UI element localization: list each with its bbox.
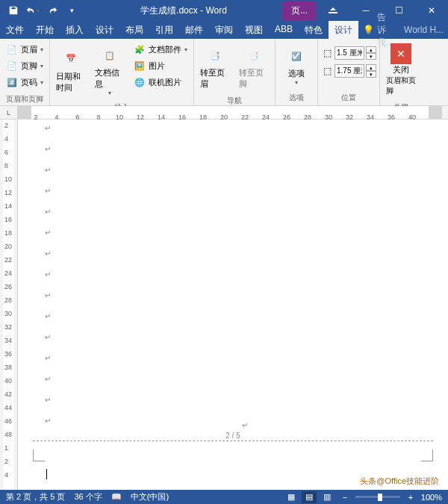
zoom-in-button[interactable]: +	[403, 491, 418, 503]
paragraph-mark: ↵	[45, 124, 51, 132]
tab-special[interactable]: 特色	[299, 21, 329, 39]
horizontal-ruler[interactable]: L 2468101214161820222426283032343640	[0, 106, 448, 119]
proofing-icon: 📖	[111, 492, 122, 502]
tab-design[interactable]: 设计	[90, 21, 119, 39]
spin-down-button[interactable]: ▾	[366, 53, 376, 60]
goto-footer-icon: 📑	[242, 43, 266, 67]
footer-bottom-input[interactable]	[335, 64, 364, 78]
save-button[interactable]	[4, 1, 22, 19]
context-tab-header-footer: 页...	[282, 1, 317, 20]
tab-home[interactable]: 开始	[30, 21, 60, 39]
header-icon: 📄	[6, 43, 18, 55]
options-button[interactable]: ☑️选项▾	[279, 42, 314, 88]
paragraph-mark: ↵	[45, 375, 51, 383]
datetime-button[interactable]: 📅日期和时间	[53, 42, 89, 98]
ribbon-options-button[interactable]	[317, 0, 349, 21]
tab-abbyy[interactable]: ABB	[269, 21, 299, 39]
paragraph-mark: ↵	[45, 145, 51, 153]
docinfo-button[interactable]: 📋文档信息▾	[92, 42, 128, 98]
paragraph-mark: ↵	[45, 291, 51, 299]
status-page[interactable]: 第 2 页，共 5 页	[6, 491, 65, 503]
watermark: 头条@Office技能进阶	[357, 475, 442, 488]
tab-references[interactable]: 引用	[149, 21, 179, 39]
ruler-v-tick: 46	[4, 417, 12, 425]
quick-access-toolbar: ▾ ▾	[0, 1, 85, 19]
ruler-v-tick: 48	[4, 431, 12, 438]
zoom-level[interactable]: 100%	[421, 493, 442, 502]
close-x-icon: ✕	[391, 43, 411, 64]
undo-button[interactable]: ▾	[24, 1, 42, 19]
header-top-input[interactable]	[335, 46, 364, 60]
tab-view[interactable]: 视图	[239, 21, 269, 39]
paragraph-mark: ↵	[45, 187, 51, 195]
qat-customize[interactable]: ▾	[63, 1, 81, 19]
page-number-icon: #️⃣	[6, 76, 18, 88]
status-wordcount[interactable]: 36 个字	[74, 491, 102, 503]
close-button[interactable]: ✕	[415, 0, 448, 21]
view-read-button[interactable]: ▦	[284, 491, 299, 503]
paragraph-mark: ↵	[45, 166, 51, 174]
header-button[interactable]: 📄页眉▾	[3, 42, 46, 57]
header-from-top: ⬚ ▴▾	[321, 46, 376, 60]
zoom-slider[interactable]	[355, 496, 400, 498]
ruler-v-tick: 10	[4, 175, 12, 183]
tab-review[interactable]: 审阅	[209, 21, 239, 39]
page-corner-br	[421, 449, 433, 461]
ruler-v-tick: 40	[4, 377, 12, 385]
statusbar: 第 2 页，共 5 页 36 个字 📖 中文(中国) ▦ ▤ ▥ − + 100…	[0, 490, 448, 504]
spin-down-button[interactable]: ▾	[366, 71, 376, 78]
ruler-v-tick: 18	[4, 229, 12, 237]
view-print-button[interactable]: ▤	[302, 491, 317, 503]
ruler-v-tick: 1	[4, 444, 8, 452]
status-proofing[interactable]: 📖	[111, 492, 122, 502]
svg-rect-0	[329, 12, 337, 13]
tell-me-search[interactable]: 💡告诉我...	[358, 21, 398, 39]
account-label[interactable]: World H...	[398, 22, 448, 38]
picture-button[interactable]: 🖼️图片	[131, 58, 190, 73]
ruler-v-tick: 6	[4, 149, 8, 156]
calendar-icon: 📅	[59, 47, 83, 71]
footer-button[interactable]: 📄页脚▾	[3, 58, 46, 73]
online-picture-button[interactable]: 🌐联机图片	[131, 75, 190, 90]
tab-layout[interactable]: 布局	[119, 21, 149, 39]
picture-icon: 🖼️	[134, 60, 146, 72]
docparts-button[interactable]: 🧩文档部件▾	[131, 42, 190, 57]
goto-header-button[interactable]: 📑转至页眉	[197, 42, 233, 91]
spin-up-button[interactable]: ▴	[366, 46, 376, 53]
ruler-corner: L	[0, 106, 18, 119]
footer-page-number: 2 / 5	[225, 432, 240, 440]
close-header-footer-button[interactable]: ✕ 关闭 页眉和页脚	[383, 42, 419, 98]
ruler-v-tick: 30	[4, 310, 12, 317]
footer-boundary	[33, 441, 433, 441]
group-options: ☑️选项▾ 选项	[276, 39, 318, 105]
ruler-v-tick: 2	[4, 122, 8, 129]
ribbon: 📄页眉▾ 📄页脚▾ #️⃣页码▾ 页眉和页脚 📅日期和时间 📋文档信息▾ 🧩文档…	[0, 39, 448, 106]
ruler-v-tick: 36	[4, 350, 12, 358]
ruler-v-tick: 14	[4, 202, 12, 210]
ruler-v-tick: 32	[4, 323, 12, 331]
online-picture-icon: 🌐	[134, 76, 146, 88]
ruler-v-tick: 24	[4, 270, 12, 277]
options-icon: ☑️	[284, 44, 308, 68]
tab-file[interactable]: 文件	[0, 21, 30, 39]
ruler-v-tick: 22	[4, 256, 12, 264]
spin-up-button[interactable]: ▴	[366, 64, 376, 71]
ruler-h-scale: 2468101214161820222426283032343640	[18, 106, 442, 119]
tab-header-footer-design[interactable]: 设计	[329, 21, 358, 39]
page-number-button[interactable]: #️⃣页码▾	[3, 75, 46, 90]
lightbulb-icon: 💡	[363, 25, 374, 35]
goto-footer-button[interactable]: 📑转至页脚	[236, 42, 272, 91]
paragraph-mark: ↵	[45, 228, 51, 237]
ruler-v-tick: 20	[4, 243, 12, 250]
paragraph-mark: ↵	[242, 421, 248, 429]
tab-mailings[interactable]: 邮件	[179, 21, 209, 39]
vertical-ruler[interactable]: 2468101214161820222426283032343638404244…	[0, 119, 18, 490]
status-language[interactable]: 中文(中国)	[131, 491, 169, 503]
docinfo-icon: 📋	[98, 43, 122, 67]
zoom-out-button[interactable]: −	[337, 491, 352, 503]
document-page[interactable]: 2 / 5 ↵↵↵↵↵↵↵↵↵↵↵↵↵↵↵↵	[18, 119, 448, 490]
ruler-v-tick: 42	[4, 391, 12, 398]
view-web-button[interactable]: ▥	[320, 491, 335, 503]
redo-button[interactable]	[43, 1, 61, 19]
tab-insert[interactable]: 插入	[60, 21, 90, 39]
